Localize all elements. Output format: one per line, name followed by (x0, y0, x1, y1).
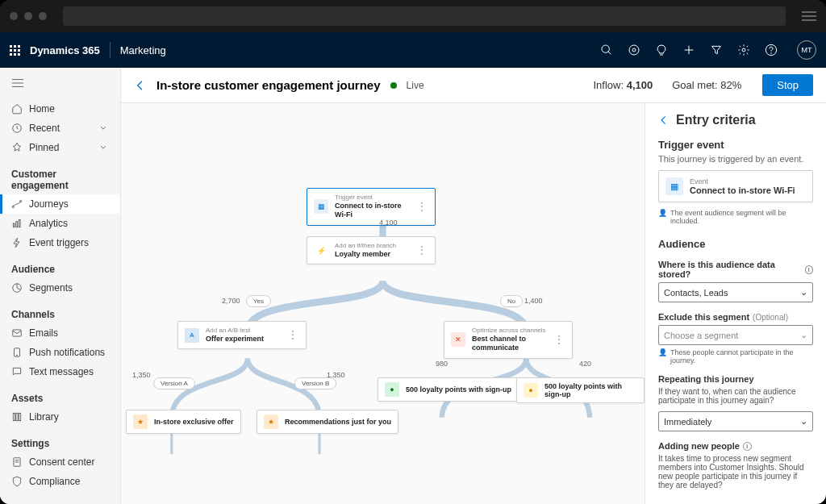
search-icon[interactable] (600, 44, 613, 56)
sidebar-item-label: Consent center (29, 456, 94, 468)
stop-button[interactable]: Stop (762, 74, 813, 96)
count-label: 2,700 (222, 297, 240, 305)
sidebar-item-analytics[interactable]: Analytics (0, 214, 120, 233)
exclude-select[interactable]: Choose a segment⌄ (658, 325, 813, 345)
bolt-icon: ⚡ (314, 244, 328, 258)
sidebar-item-journeys[interactable]: Journeys (0, 194, 120, 214)
node-ab-test[interactable]: A Add an A/B testOffer experiment ⋮ (177, 321, 307, 349)
sidebar-item-event-triggers[interactable]: Event triggers (0, 233, 120, 252)
node-menu-icon[interactable]: ⋮ (415, 248, 428, 252)
sidebar-item-label: Recent (29, 123, 60, 134)
address-bar[interactable] (63, 6, 786, 26)
sidebar-item-home[interactable]: Home (0, 99, 120, 119)
node-branch[interactable]: ⚡ Add an if/then branchLoyalty member ⋮ (307, 236, 436, 264)
node-menu-icon[interactable]: ⋮ (415, 205, 428, 209)
sidebar-item-label: Journeys (29, 198, 69, 210)
stored-select[interactable]: Contacts, Leads⌄ (658, 282, 813, 302)
inflow-metric: Inflow: 4,100 (593, 79, 653, 91)
svg-rect-22 (13, 413, 15, 420)
optimize-icon: ✕ (451, 332, 465, 347)
sidebar-item-push-notifications[interactable]: Push notifications (0, 343, 120, 362)
product-name: Dynamics 365 (30, 44, 100, 56)
node-leaf-a[interactable]: ★ In-store exclusive offer (126, 410, 241, 434)
sidebar-item-text-messages[interactable]: Text messages (0, 362, 120, 381)
adding-label: Adding new peoplei (658, 441, 813, 451)
exclude-label: Exclude this segment (Optional) (658, 312, 813, 322)
sidebar-item-label: Push notifications (29, 347, 105, 358)
adding-helper: It takes time to process new segment mem… (658, 454, 813, 489)
sidebar-item-label: Event triggers (29, 237, 89, 248)
svg-rect-15 (13, 223, 15, 227)
sidebar-item-label: Compliance (29, 476, 80, 487)
person-icon: 👤 (658, 209, 667, 217)
node-trigger[interactable]: ▦ Trigger eventConnect to in-store Wi-Fi… (307, 188, 436, 226)
browser-menu-icon[interactable] (802, 11, 816, 21)
sidebar-item-emails[interactable]: Emails (0, 323, 120, 343)
sidebar-item-segments[interactable]: Segments (0, 278, 120, 298)
svg-point-8 (771, 53, 772, 54)
chevron-down-icon: ⌄ (800, 416, 807, 427)
repeat-select[interactable]: Immediately⌄ (658, 411, 813, 431)
traffic-light (24, 12, 32, 20)
count-label: 1,350 (132, 371, 151, 379)
ab-icon: A (185, 328, 199, 343)
user-avatar[interactable]: MT (797, 40, 816, 60)
info-icon[interactable]: i (805, 265, 813, 274)
node-leaf-c[interactable]: ● 500 loyalty points with sign-up (378, 377, 519, 402)
journey-title: In-store customer engagement journey (156, 78, 381, 92)
plus-icon[interactable] (682, 44, 695, 56)
app-topbar: Dynamics 365 Marketing MT (0, 32, 826, 68)
browser-chrome (0, 0, 826, 32)
node-leaf-d[interactable]: ● 500 loyalty points with sign-up (516, 377, 645, 403)
points-icon: ● (524, 383, 538, 398)
svg-rect-19 (13, 330, 22, 336)
back-icon[interactable] (658, 115, 670, 126)
sidebar-item-label: Segments (29, 282, 73, 294)
sidebar-item-recent[interactable]: Recent (0, 119, 120, 138)
help-icon[interactable] (765, 44, 778, 56)
goal-metric: Goal met: 82% (672, 79, 741, 91)
filter-icon[interactable] (710, 44, 723, 56)
app-launcher-icon[interactable] (10, 45, 20, 56)
count-label: 1,400 (524, 297, 543, 305)
svg-rect-16 (16, 222, 18, 227)
panel-title: Entry criteria (676, 113, 756, 127)
target-icon[interactable] (628, 44, 640, 56)
node-menu-icon[interactable]: ⋮ (286, 333, 299, 337)
sidebar-item-library[interactable]: Library (0, 407, 120, 427)
stored-label: Where is this audience data stored?i (658, 260, 813, 279)
sidebar-item-consent-center[interactable]: Consent center (0, 452, 120, 472)
points-icon: ● (385, 382, 399, 397)
traffic-light (10, 12, 18, 20)
svg-rect-17 (19, 219, 20, 227)
count-label: 980 (436, 360, 448, 368)
sidebar-item-pinned[interactable]: Pinned (0, 138, 120, 157)
repeat-helper: If they want to, when can the audience p… (658, 387, 813, 405)
sidebar-toggle-icon[interactable] (0, 74, 120, 99)
event-note: 👤The event audience segment will be incl… (658, 209, 813, 225)
back-icon[interactable] (134, 79, 147, 92)
version-a-pill: Version A (153, 377, 195, 389)
node-leaf-b[interactable]: ★ Recommendations just for you (257, 410, 398, 434)
traffic-light (39, 12, 47, 20)
node-optimize[interactable]: ✕ Optimize across channelsBest channel t… (444, 321, 573, 359)
info-icon[interactable]: i (743, 442, 752, 451)
journey-canvas[interactable]: ▦ Trigger eventConnect to in-store Wi-Fi… (121, 103, 645, 504)
status-indicator (390, 82, 397, 89)
trigger-heading: Trigger event (658, 139, 813, 151)
sidebar-item-label: Pinned (29, 142, 59, 153)
sidebar-item-compliance[interactable]: Compliance (0, 472, 120, 491)
lightbulb-icon[interactable] (655, 44, 668, 56)
audience-heading: Audience (658, 238, 813, 250)
gear-icon[interactable] (737, 44, 750, 56)
sidebar-group-title: Settings (0, 427, 120, 452)
svg-line-1 (608, 52, 611, 54)
sidebar-group-title: Customer engagement (0, 157, 120, 194)
branch-yes-pill: Yes (246, 295, 271, 307)
repeat-label: Repeating this journey (658, 374, 813, 384)
map-icon: ▦ (314, 199, 328, 214)
node-menu-icon[interactable]: ⋮ (553, 338, 565, 342)
event-card[interactable]: ▦ EventConnect to in-store Wi-Fi (658, 170, 813, 202)
separator (110, 42, 111, 58)
status-label: Live (407, 80, 424, 91)
